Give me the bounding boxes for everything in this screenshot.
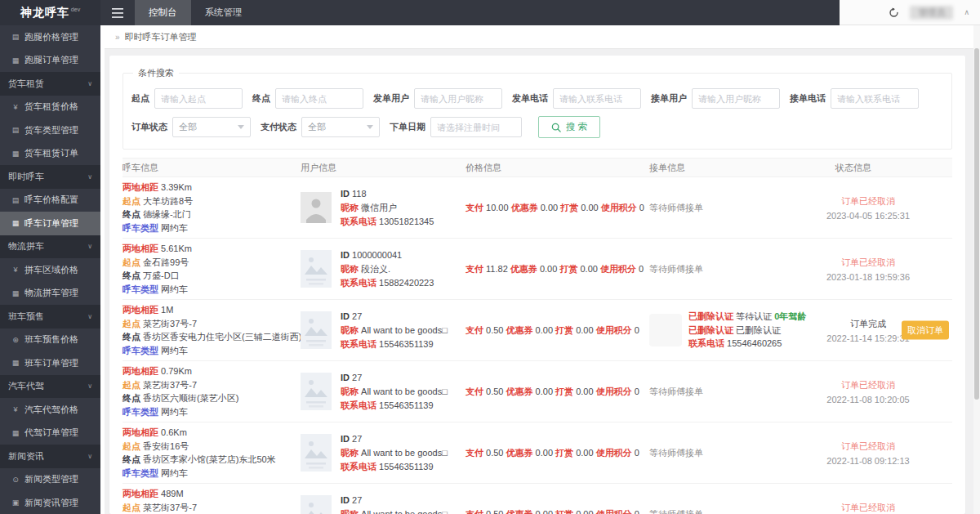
distance-value: 5.61Km	[161, 244, 192, 253]
sidebar-item[interactable]: ▦物流拼车管理	[0, 282, 100, 306]
sidebar-item-label: 新闻类型管理	[24, 473, 78, 485]
sidebar-item[interactable]: ¥货车租赁价格	[0, 96, 100, 119]
sidebar-item[interactable]: ▦跑腿订单管理	[0, 49, 100, 73]
user-avatar	[301, 495, 332, 514]
type-label: 呼车类型	[122, 468, 158, 478]
search-input[interactable]	[831, 88, 919, 109]
select-dropdown[interactable]: 全部	[172, 117, 251, 137]
sidebar-item-label: 班车订单管理	[24, 357, 78, 369]
sidebar-menu: ▤跑腿价格管理▦跑腿订单管理货车租赁∨¥货车租赁价格▤货车类型管理▦货车租赁订单…	[0, 25, 100, 514]
pay-label: 支付	[466, 203, 483, 212]
price-info-cell: 支付 10.00 优惠券 0.00 打赏 0.00 使用积分 0	[466, 202, 649, 214]
sidebar-toggle-button[interactable]	[100, 0, 135, 25]
sidebar-group[interactable]: 货车租赁∨	[0, 72, 100, 96]
sidebar-item[interactable]: ▤货车类型管理	[0, 118, 100, 142]
search-input[interactable]	[275, 88, 363, 109]
sidebar-item[interactable]: ⊙新闻类型管理	[0, 468, 100, 492]
id-label: ID	[341, 495, 350, 505]
breadcrumb: » 即时呼车订单管理	[105, 25, 980, 49]
order-status-text: 订单已经取消	[826, 440, 909, 453]
order-grid-icon: ▦	[11, 219, 20, 227]
search-legend: 条件搜索	[133, 67, 179, 79]
phone-value: 15546351139	[379, 339, 433, 349]
sidebar-item[interactable]: ¥汽车代驾价格	[0, 398, 100, 422]
tip-value: 0.00	[581, 203, 598, 212]
search-field: 终点	[252, 88, 363, 109]
content-area: 条件搜索 起点终点发单用户发单电话接单用户接单电话 订单状态全部支付状态全部下单…	[105, 49, 980, 514]
start-value: 大羊坊路8号	[143, 196, 193, 206]
sidebar-group[interactable]: 物流拼车∨	[0, 235, 100, 259]
pay-value: 0.50	[486, 448, 503, 458]
sidebar-group[interactable]: 即时呼车∨	[0, 165, 100, 189]
select-dropdown[interactable]: 全部	[301, 117, 380, 137]
search-row-1: 起点终点发单用户发单电话接单用户接单电话	[131, 88, 943, 109]
order-row: 两地相距 5.61Km起点 金石路99号终点 万盛-D口呼车类型 网约车ID 1…	[122, 239, 952, 300]
price-info-cell: 支付 0.50 优惠券 0.00 打赏 0.00 使用积分 0	[466, 324, 649, 337]
id-value: 27	[352, 311, 362, 321]
call-info-cell: 两地相距 0.6Km起点 香安街16号终点 香坊区李家小馆(菜艺店)东北50米呼…	[122, 426, 301, 480]
end-label: 终点	[122, 454, 140, 464]
select-value: 全部	[308, 121, 326, 133]
sidebar-item[interactable]: ▦班车订单管理	[0, 351, 100, 375]
search-row-2: 订单状态全部支付状态全部下单日期搜 索	[131, 116, 943, 138]
sidebar-item[interactable]: ⊛班车预售价格	[0, 329, 100, 352]
price-info-cell: 支付 0.50 优惠券 0.00 打赏 0.00 使用积分 0	[466, 386, 649, 398]
end-label: 终点	[122, 332, 140, 342]
points-label: 使用积分	[600, 264, 636, 274]
coupon-label: 优惠券	[506, 509, 533, 514]
search-field: 接单电话	[790, 88, 919, 109]
type-label: 呼车类型	[122, 407, 158, 417]
sidebar-item[interactable]: ▤跑腿价格管理	[0, 25, 100, 49]
pay-value: 11.82	[486, 264, 508, 274]
date-input[interactable]	[430, 117, 522, 137]
sidebar-group-label: 汽车代驾	[8, 380, 44, 392]
order-status-time: 2023-04-05 16:25:31	[826, 211, 910, 221]
topbar-tabs: 控制台系统管理	[135, 0, 256, 25]
sidebar-group[interactable]: 班车预售∨	[0, 305, 100, 329]
phone-label: 联系电话	[341, 462, 376, 472]
sidebar-group[interactable]: 汽车代驾∨	[0, 375, 100, 399]
sidebar-item[interactable]: ▦代驾订单管理	[0, 422, 100, 445]
search-icon	[551, 123, 561, 132]
start-label: 起点	[122, 503, 140, 512]
accept-info-cell: 等待师傅接单	[649, 386, 821, 398]
tab-active[interactable]: 控制台	[135, 0, 191, 25]
phone-value: 15546351139	[379, 462, 433, 472]
id-value: 27	[352, 434, 362, 444]
app-logo-badge: dev	[71, 7, 80, 12]
type-value: 网约车	[161, 223, 188, 233]
driver-avatar	[649, 314, 682, 346]
search-input[interactable]	[414, 88, 502, 109]
presale-price-icon: ⊛	[11, 336, 20, 344]
search-date-field: 下单日期	[390, 117, 522, 137]
user-menu[interactable]: 管理员	[910, 6, 953, 20]
page-scrollbar-thumb[interactable]	[974, 48, 979, 400]
search-input[interactable]	[692, 88, 780, 109]
search-button[interactable]: 搜 索	[538, 116, 600, 138]
cancel-order-button[interactable]: 取消订单	[902, 321, 949, 340]
sidebar-item[interactable]: ▦货车租赁订单	[0, 142, 100, 166]
sidebar-item[interactable]: ¥拼车区域价格	[0, 258, 100, 282]
search-field-label: 起点	[131, 92, 149, 105]
user-info-cell: ID 1000000041昵称 段治义.联系电话 15882420223	[301, 248, 466, 290]
sidebar-item[interactable]: ▣新闻资讯管理	[0, 491, 100, 514]
sidebar-group-label: 新闻资讯	[8, 450, 44, 463]
user-info-cell: ID 27昵称 All want to be goods□联系电话 155463…	[301, 494, 466, 514]
sidebar-group[interactable]: 新闻资讯∨	[0, 445, 100, 468]
sidebar-item[interactable]: ▤呼车价格配置	[0, 189, 100, 212]
refresh-icon[interactable]	[889, 7, 899, 18]
search-input[interactable]	[154, 88, 243, 109]
distance-value: 1M	[161, 305, 173, 315]
page-body: ▤跑腿价格管理▦跑腿订单管理货车租赁∨¥货车租赁价格▤货车类型管理▦货车租赁订单…	[0, 25, 980, 514]
orders-card: 条件搜索 起点终点发单用户发单电话接单用户接单电话 订单状态全部支付状态全部下单…	[109, 56, 965, 514]
tip-label: 打赏	[555, 325, 573, 335]
page-scrollbar[interactable]	[973, 25, 980, 514]
phone-value: 15546351139	[379, 400, 433, 410]
search-input[interactable]	[553, 88, 641, 109]
user-avatar	[301, 373, 332, 410]
sidebar-item-active[interactable]: ▦呼车订单管理	[0, 212, 100, 235]
chevron-down-icon: ∨	[87, 243, 92, 250]
search-field-label: 接单用户	[651, 92, 687, 105]
tab-inactive[interactable]: 系统管理	[191, 0, 256, 25]
end-value: 香坊区香安电力住宅小区(三辅二道街西)	[143, 332, 301, 342]
